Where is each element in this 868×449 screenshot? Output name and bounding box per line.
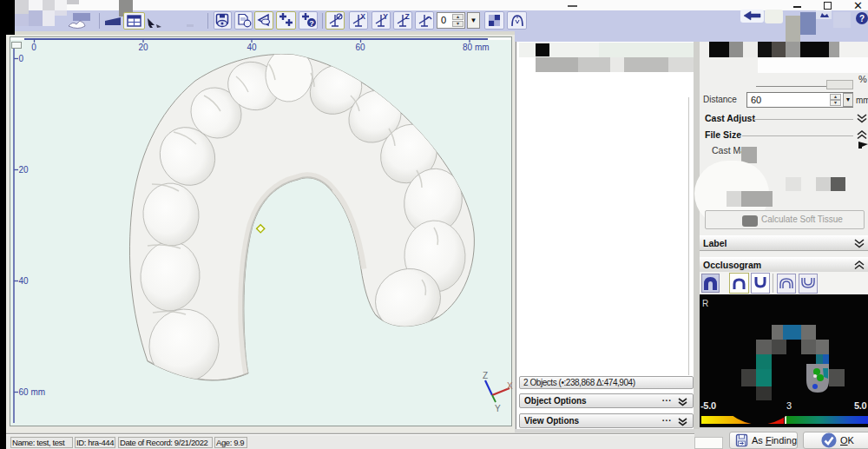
svg-text:Y: Y xyxy=(383,13,388,21)
svg-text:20: 20 xyxy=(138,43,148,52)
svg-text:?: ? xyxy=(309,19,314,28)
svg-text:40: 40 xyxy=(247,43,257,52)
svg-text:80 mm: 80 mm xyxy=(463,43,490,52)
svg-text:20: 20 xyxy=(19,165,30,175)
svg-text:60 mm: 60 mm xyxy=(19,387,46,397)
svg-text:40: 40 xyxy=(19,276,30,286)
svg-text:Y: Y xyxy=(495,404,501,413)
svg-text:0: 0 xyxy=(19,54,24,63)
svg-text:Z: Z xyxy=(483,371,488,380)
svg-text:?: ? xyxy=(859,14,865,23)
svg-text:Z: Z xyxy=(404,13,409,21)
svg-text:X: X xyxy=(360,13,365,21)
svg-text:60: 60 xyxy=(355,43,365,52)
svg-text:0: 0 xyxy=(31,43,36,52)
